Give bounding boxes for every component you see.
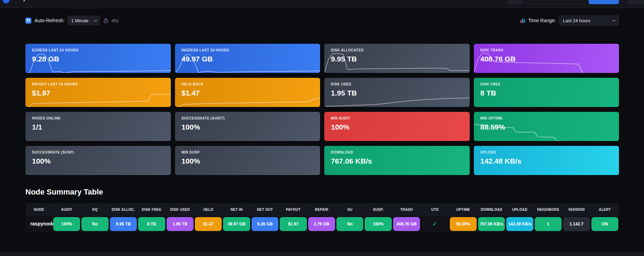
auto-refresh-label: Auto-Refresh: [34, 18, 64, 23]
stat-card-label: MIN AUDIT [331, 116, 463, 120]
stat-card-value: 1/1 [32, 123, 164, 131]
column-header-payout: PAYOUT [279, 208, 307, 212]
topbar-small-button[interactable] [508, 0, 523, 4]
time-range-group: Time Range: Last 24 hours [520, 15, 619, 26]
footer-strip [0, 252, 644, 256]
stat-card-value: 100% [331, 123, 463, 131]
column-header-utd: UTD [421, 208, 449, 212]
stat-card-label: INGRESS LAST 24 HOURS [182, 48, 314, 52]
stat-card-value: $1.47 [182, 89, 314, 97]
utd-check-icon: ✓ [421, 217, 448, 231]
column-header-held: HELD [194, 208, 222, 212]
column-header-alert: ALERT [591, 208, 619, 212]
column-header-neighbors: NEIGHBORS [534, 208, 562, 212]
stat-card-value: 1.95 TB [331, 89, 463, 97]
column-header-su: SU [336, 208, 364, 212]
stat-card-value: $1.97 [32, 89, 164, 97]
stat-card-min-susp: MIN SUSP100% [175, 146, 320, 175]
stat-card-label: NODES ONLINE [32, 116, 164, 120]
table-cell: 408.76 GB [393, 217, 420, 231]
stat-card-label: DISK ALLOCATED [331, 48, 463, 52]
stat-card-label: PAYOUT LAST 24 HOURS [32, 82, 164, 86]
stat-card-value: 100% [32, 157, 164, 165]
stat-card-value: 9.28 GB [32, 55, 164, 63]
topbar-primary-button[interactable] [589, 0, 619, 4]
topbar-input[interactable] [528, 0, 584, 4]
table-cell: No [336, 217, 363, 231]
column-header-dq: DQ [81, 208, 109, 212]
stat-card-value: 408.76 GB [480, 55, 613, 63]
stat-card-value: 8 TB [480, 89, 613, 97]
node-summary-title: Node Summary Table [25, 188, 644, 197]
column-header-disk-alloc: DISK ALLOC. [109, 208, 137, 212]
auto-refresh-value: 1 Minute [71, 18, 88, 23]
stat-cards-grid: EGRESS LAST 24 HOURS9.28 GBINGRESS LAST … [25, 44, 619, 175]
table-cell: 1.95 TB [167, 217, 193, 231]
refresh-countdown: 45s [111, 18, 119, 23]
column-header-version: VERSION [562, 208, 590, 212]
bar-chart-icon [520, 18, 525, 23]
stat-card-value: 100% [182, 157, 314, 165]
stat-card-upload: UPLOAD142.48 KB/s [474, 146, 619, 175]
column-header-download: DOWNLOAD [477, 208, 506, 212]
stat-card-label: UPLOAD [480, 150, 613, 154]
stat-card-nodes-online: NODES ONLINE1/1 [25, 112, 171, 141]
stat-card-label: EGRESS LAST 24 HOURS [32, 48, 164, 52]
stat-card-held-back: HELD BACK$1.47 [175, 78, 320, 107]
node-summary-table: NODEAUDITDQDISK ALLOC.DISK FREEDISK USED… [25, 203, 619, 232]
stat-card-label: DISK FREE [480, 82, 613, 86]
stat-card-value: 767.06 KB/s [331, 157, 463, 165]
table-cell: No [81, 217, 108, 231]
table-header-row: NODEAUDITDQDISK ALLOC.DISK FREEDISK USED… [25, 203, 619, 216]
stat-card-label: DISK USED [331, 82, 463, 86]
stopwatch-icon [103, 18, 108, 23]
controls-row: ↻ Auto-Refresh: 1 Minute 45s Time Range:… [25, 15, 619, 26]
column-header-disk-used: DISK USED [166, 208, 194, 212]
table-cell: 49.97 GB [223, 217, 250, 231]
stat-card-payout-last-24-hours: PAYOUT LAST 24 HOURS$1.97 [25, 78, 171, 107]
time-range-select[interactable]: Last 24 hours [559, 15, 619, 26]
stat-card-min-uptime: MIN UPTIME88.59% [474, 112, 619, 141]
table-cell: 1 [535, 217, 562, 231]
node-name: raspynode [25, 216, 53, 231]
stat-card-value: 142.48 KB/s [480, 157, 613, 165]
stat-card-download: DOWNLOAD767.06 KB/s [324, 146, 470, 175]
auto-refresh-select[interactable]: 1 Minute [67, 16, 100, 25]
column-header-susp: SUSP. [364, 208, 392, 212]
auto-refresh-group: ↻ Auto-Refresh: 1 Minute 45s [25, 16, 119, 25]
table-cell: 100% [365, 217, 391, 231]
stat-card-ingress-last-24-hours: INGRESS LAST 24 HOURS49.97 GB [175, 44, 320, 73]
stat-card-egress-last-24-hours: EGRESS LAST 24 HOURS9.28 GB [25, 44, 171, 73]
table-body: raspynode100%No9.95 TB8 TB1.95 TB$1.4749… [25, 216, 619, 231]
table-cell: 100% [53, 217, 80, 231]
column-header-net-in: NET IN [222, 208, 251, 212]
table-row: raspynode100%No9.95 TB8 TB1.95 TB$1.4749… [25, 216, 619, 231]
column-header-repair: REPAIR [308, 208, 336, 212]
stat-card-successrate-audit: SUCCESSRATE (AUDIT)100% [175, 112, 320, 141]
topbar-right-button[interactable] [628, 0, 644, 4]
table-cell: 9.28 GB [252, 217, 278, 231]
stat-card-min-audit: MIN AUDIT100% [324, 112, 470, 141]
stat-card-value: 9.95 TB [331, 55, 463, 63]
chevron-down-icon [612, 18, 616, 22]
stat-card-successrate-susp: SUCCESSRATE (SUSP)100% [25, 146, 171, 175]
stat-card-label: HELD BACK [182, 82, 314, 86]
table-cell: 9.95 TB [110, 217, 137, 231]
column-header-net-out: NET OUT [251, 208, 279, 212]
refresh-icon: ↻ [25, 18, 31, 24]
stat-card-label: MIN SUSP [182, 150, 314, 154]
stat-card-value: 88.59% [480, 123, 613, 131]
table-cell: 2.79 GB [308, 217, 335, 231]
column-header-trash: TRASH [392, 208, 421, 212]
stat-card-disk-free: DISK FREE8 TB [474, 78, 619, 107]
table-cell: 142.48 KB/s [506, 217, 533, 231]
stat-card-label: SUCCESSRATE (SUSP) [32, 150, 164, 154]
stat-card-label: DOWNLOAD [331, 150, 463, 154]
table-cell: $1.47 [195, 217, 222, 231]
stat-card-label: DISK TRASH [480, 48, 613, 52]
time-range-label: Time Range: [528, 18, 556, 23]
app-logo[interactable] [3, 0, 9, 3]
table-cell: ON [591, 217, 618, 231]
column-header-disk-free: DISK FREE [137, 208, 166, 212]
table-cell: $1.97 [280, 217, 307, 231]
